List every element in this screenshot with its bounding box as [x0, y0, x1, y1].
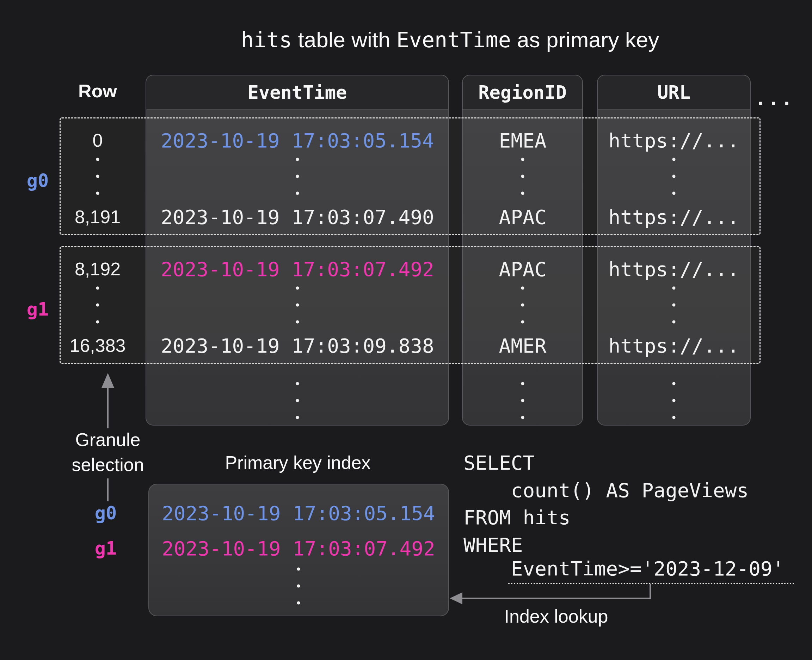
granule-selection-arrow-icon: [101, 373, 114, 388]
granule-selection-label-line2: selection: [71, 454, 144, 475]
granule-1-label: g1: [27, 298, 49, 320]
diagram-canvas: hits table with EventTime as primary key…: [0, 0, 812, 660]
g1-url-last: https://...: [609, 334, 739, 357]
ellipsis-dots: [521, 287, 524, 324]
g0-row-first: 0: [93, 130, 103, 151]
ellipsis-dots: [521, 158, 524, 195]
g0-event-first: 2023-10-19 17:03:05.154: [161, 129, 434, 152]
g0-region-last: APAC: [499, 206, 547, 228]
sql-line-count: count() AS PageViews: [464, 479, 749, 502]
predicate-underline: [508, 583, 795, 584]
g1-event-last: 2023-10-19 17:03:09.838: [161, 334, 434, 357]
ellipsis-dots: [297, 568, 300, 604]
g1-event-first: 2023-10-19 17:03:07.492: [161, 258, 434, 281]
granule-selection-label-line1: Granule: [75, 429, 141, 450]
sql-line-select: SELECT: [464, 451, 535, 474]
ellipsis-dots: [673, 158, 676, 195]
title-hits-code: hits: [241, 27, 292, 52]
g0-region-first: EMEA: [499, 129, 547, 152]
column-header-url: URL: [598, 75, 750, 109]
sql-line-where: WHERE: [464, 533, 523, 556]
g0-event-last: 2023-10-19 17:03:07.490: [161, 206, 434, 228]
ellipsis-dots: [296, 382, 299, 419]
sql-line-from: FROM hits: [464, 506, 570, 529]
g0-row-last: 8,191: [75, 206, 120, 227]
row-column-header: Row: [78, 80, 117, 102]
page-title: hits table with EventTime as primary key: [241, 27, 659, 52]
g1-row-first: 8,192: [75, 259, 120, 279]
index-entry-g0: 2023-10-19 17:03:05.154: [162, 502, 435, 525]
ellipsis-dots: [96, 287, 100, 324]
column-header-regionid: RegionID: [463, 75, 582, 109]
ellipsis-dots: [521, 382, 524, 419]
granule-0-label: g0: [27, 170, 49, 191]
ellipsis-dots: [296, 287, 299, 324]
more-columns-ellipsis: ...: [755, 88, 795, 109]
title-text-1: table with: [292, 27, 396, 52]
g0-url-first: https://...: [609, 129, 739, 152]
g1-region-last: AMER: [499, 334, 547, 357]
index-lookup-elbow-horizontal: [462, 598, 650, 599]
sql-line-predicate: EventTime>='2023-12-09': [464, 557, 784, 580]
index-lookup-label: Index lookup: [504, 606, 608, 627]
ellipsis-dots: [673, 287, 676, 324]
ellipsis-dots: [96, 158, 100, 195]
index-lookup-elbow-vertical: [649, 584, 651, 599]
index-entry-g1: 2023-10-19 17:03:07.492: [162, 537, 435, 560]
g1-url-first: https://...: [609, 258, 739, 281]
g0-url-last: https://...: [609, 206, 739, 228]
g1-region-first: APAC: [499, 258, 547, 281]
index-lookup-arrow-icon: [450, 592, 462, 604]
title-eventtime-code: EventTime: [396, 27, 511, 52]
index-g1-label: g1: [95, 538, 117, 559]
title-text-2: as primary key: [511, 27, 659, 52]
ellipsis-dots: [296, 158, 299, 195]
ellipsis-dots: [673, 382, 676, 419]
index-g0-label: g0: [95, 502, 117, 524]
granule-selection-arrow-line: [107, 387, 109, 428]
column-header-eventtime: EventTime: [146, 75, 448, 109]
primary-key-index-title: Primary key index: [225, 452, 370, 473]
granule-selection-connector-line: [107, 478, 109, 501]
g1-row-last: 16,383: [70, 335, 125, 356]
